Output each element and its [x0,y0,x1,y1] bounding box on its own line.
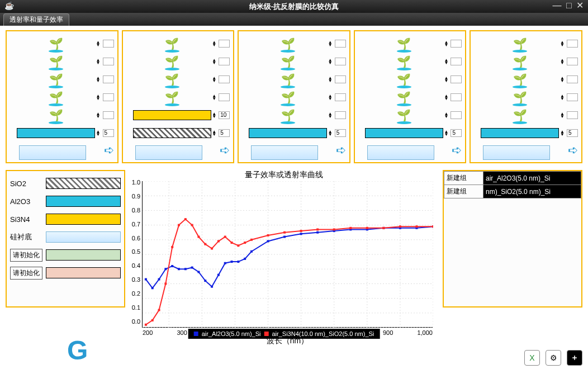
empty-layer-slot[interactable]: 🌱 [133,88,211,106]
layer-slot[interactable] [133,106,211,124]
thickness-spinner[interactable]: ▲▼ [328,70,348,88]
empty-layer-slot[interactable]: 🌱 [365,88,443,106]
group-label-cell[interactable]: 新建组 [444,185,483,198]
thickness-spinner[interactable]: ▲▼ [444,35,464,53]
thickness-spinner[interactable]: ▲▼5 [328,124,348,142]
thickness-value[interactable] [103,111,114,119]
empty-layer-slot[interactable]: 🌱 [365,35,443,53]
thickness-spinner[interactable]: ▲▼ [328,88,348,106]
thickness-value[interactable] [219,93,230,101]
thickness-value[interactable] [335,58,346,65]
thickness-value[interactable] [103,58,114,65]
run-arrow-icon[interactable]: ➪ [220,143,230,158]
table-row[interactable]: 新建组air_Al2O3(5.0 nm)_Si [444,172,581,185]
material-name[interactable]: 请初始化 [10,267,42,280]
empty-layer-slot[interactable]: 🌱 [17,70,95,88]
empty-layer-slot[interactable]: 🌱 [481,106,559,124]
thickness-spinner[interactable]: ▲▼ [212,53,232,70]
thickness-spinner[interactable]: ▲▼10 [212,106,232,124]
material-swatch[interactable] [46,196,121,207]
thickness-value[interactable] [219,75,230,83]
add-button[interactable]: ＋ [567,350,582,366]
material-swatch[interactable] [46,249,121,261]
empty-layer-slot[interactable]: 🌱 [249,88,327,106]
group-config-cell[interactable]: air_Al2O3(5.0 nm)_Si [483,172,581,185]
run-arrow-icon[interactable]: ➪ [452,143,462,158]
empty-layer-slot[interactable]: 🌱 [133,70,211,88]
thickness-value[interactable] [335,40,346,48]
empty-layer-slot[interactable]: 🌱 [481,70,559,88]
layer-slot[interactable] [17,124,95,142]
thickness-spinner[interactable]: ▲▼5 [444,124,464,142]
thickness-value[interactable] [335,111,346,119]
empty-layer-slot[interactable]: 🌱 [481,88,559,106]
empty-layer-slot[interactable]: 🌱 [365,53,443,70]
layer-slot[interactable] [481,124,559,142]
thickness-value[interactable] [567,93,578,101]
empty-layer-slot[interactable]: 🌱 [249,70,327,88]
thickness-value[interactable]: 5 [335,129,346,137]
thickness-spinner[interactable]: ▲▼5 [212,124,232,142]
thickness-spinner[interactable]: ▲▼ [96,88,116,106]
material-swatch[interactable] [46,178,121,189]
thickness-value[interactable] [567,75,578,83]
thickness-spinner[interactable]: ▲▼ [560,88,580,106]
empty-layer-slot[interactable]: 🌱 [17,35,95,53]
run-arrow-icon[interactable]: ➪ [104,143,114,158]
thickness-spinner[interactable]: ▲▼ [560,35,580,53]
empty-layer-slot[interactable]: 🌱 [365,106,443,124]
material-swatch[interactable] [46,214,121,225]
empty-layer-slot[interactable]: 🌱 [17,106,95,124]
close-button[interactable]: ✕ [576,1,585,10]
material-name[interactable]: 请初始化 [10,249,42,262]
thickness-value[interactable] [335,75,346,83]
thickness-spinner[interactable]: ▲▼5 [560,124,580,142]
thickness-value[interactable] [451,58,462,65]
thickness-value[interactable] [451,111,462,119]
thickness-spinner[interactable]: ▲▼ [212,70,232,88]
thickness-spinner[interactable]: ▲▼ [328,106,348,124]
thickness-spinner[interactable]: ▲▼5 [96,124,116,142]
thickness-value[interactable] [451,93,462,101]
thickness-spinner[interactable]: ▲▼ [560,106,580,124]
table-row[interactable]: 新建组nm)_SiO2(5.0 nm)_Si [444,185,581,198]
layer-slot[interactable] [365,124,443,142]
thickness-value[interactable]: 5 [219,129,230,137]
thickness-spinner[interactable]: ▲▼ [96,70,116,88]
thickness-spinner[interactable]: ▲▼ [444,70,464,88]
run-arrow-icon[interactable]: ➪ [336,143,346,158]
material-swatch[interactable] [46,267,121,278]
layer-slot[interactable] [249,124,327,142]
empty-layer-slot[interactable]: 🌱 [249,53,327,70]
empty-layer-slot[interactable]: 🌱 [365,70,443,88]
thickness-spinner[interactable]: ▲▼ [96,106,116,124]
thickness-value[interactable] [103,40,114,48]
thickness-value[interactable] [103,93,114,101]
thickness-value[interactable]: 10 [219,111,230,119]
thickness-value[interactable] [219,58,230,65]
thickness-spinner[interactable]: ▲▼ [560,53,580,70]
thickness-value[interactable] [219,40,230,48]
thickness-value[interactable] [103,75,114,83]
thickness-value[interactable]: 5 [567,129,578,137]
maximize-button[interactable]: □ [566,1,573,10]
thickness-spinner[interactable]: ▲▼ [328,53,348,70]
thickness-value[interactable] [567,111,578,119]
thickness-value[interactable] [451,75,462,83]
tool-button[interactable]: ⚙ [546,350,561,366]
empty-layer-slot[interactable]: 🌱 [249,35,327,53]
layer-slot[interactable] [133,124,211,142]
empty-layer-slot[interactable]: 🌱 [17,88,95,106]
thickness-spinner[interactable]: ▲▼ [328,35,348,53]
thickness-spinner[interactable]: ▲▼ [444,88,464,106]
thickness-spinner[interactable]: ▲▼ [96,53,116,70]
empty-layer-slot[interactable]: 🌱 [481,35,559,53]
thickness-spinner[interactable]: ▲▼ [444,53,464,70]
thickness-value[interactable]: 5 [103,129,114,137]
thickness-spinner[interactable]: ▲▼ [212,35,232,53]
thickness-spinner[interactable]: ▲▼ [212,88,232,106]
material-swatch[interactable] [46,231,121,243]
thickness-value[interactable] [567,40,578,48]
thickness-value[interactable] [335,93,346,101]
tab-transmission-qe[interactable]: 透射率和量子效率 [3,13,69,26]
